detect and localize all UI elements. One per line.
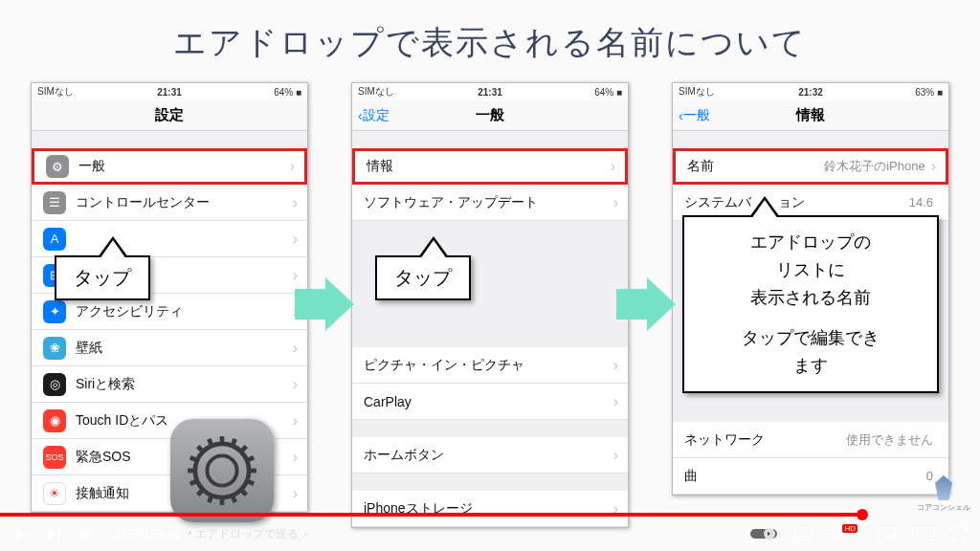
cell-value: 鈴木花子のiPhone (824, 158, 930, 175)
carrier-label: SIMなし (679, 85, 715, 99)
captions-button[interactable] (794, 527, 812, 540)
cell-home-button[interactable]: ホームボタン › (352, 437, 628, 474)
chevron-right-icon: › (293, 267, 298, 284)
watermark-icon (935, 475, 952, 500)
cell-label: CarPlay (364, 394, 412, 409)
callout-tap-1: タップ (55, 255, 150, 300)
cell-carplay[interactable]: CarPlay › (352, 384, 628, 420)
sliders-icon: ☰ (43, 191, 66, 214)
svg-rect-5 (248, 469, 256, 474)
cell-control-center[interactable]: ☰ コントロールセンター › (32, 185, 307, 221)
status-bar: SIMなし 21:31 64% ■ (32, 83, 307, 100)
cell-pip[interactable]: ピクチャ・イン・ピクチャ › (352, 347, 628, 384)
chevron-right-icon: › (613, 357, 618, 374)
play-button[interactable] (13, 526, 29, 541)
cell-label: 接触通知 (76, 485, 129, 502)
cell-siri[interactable]: ◎ Siriと検索 › (32, 366, 307, 403)
cell-hidden-1[interactable]: A › (32, 221, 307, 257)
phones-row: SIMなし 21:31 64% ■ 設定 ⚙ 一般 › ☰ コントロールセンター… (0, 65, 980, 528)
svg-point-23 (835, 531, 840, 537)
chevron-right-icon: › (613, 447, 618, 464)
cell-value: 14.6 (909, 195, 939, 209)
back-button[interactable]: ‹ 設定 (358, 107, 390, 124)
accessibility-icon: ✦ (43, 300, 66, 323)
callout-big: エアドロップの リストに 表示される名前 タップで編集でき ます (682, 215, 939, 393)
cell-label: 曲 (684, 468, 698, 485)
battery-label: 64% ■ (594, 87, 622, 98)
cell-wallpaper[interactable]: ❀ 壁紙 › (32, 330, 307, 366)
cell-label: コントロールセンター (76, 194, 210, 211)
cell-label: Touch IDとパス (76, 412, 168, 430)
autoplay-toggle[interactable] (750, 527, 777, 540)
next-button[interactable] (46, 526, 61, 541)
svg-rect-22 (804, 536, 809, 538)
cell-label: 情報 (367, 158, 393, 175)
cell-device-name[interactable]: 名前 鈴木花子のiPhone › (673, 148, 948, 185)
time-display: 23:19 / 26:46 (113, 527, 180, 540)
volume-button[interactable] (78, 525, 96, 542)
miniplayer-button[interactable] (879, 527, 896, 540)
clock: 21:31 (478, 87, 502, 98)
status-bar: SIMなし 21:31 64% ■ (352, 83, 628, 100)
settings-button[interactable]: HD (829, 525, 861, 542)
siri-icon: ◎ (43, 373, 66, 396)
nav-bar: ‹ 設定 一般 (352, 100, 628, 131)
gear-icon (185, 433, 259, 508)
chevron-right-icon: › (613, 393, 618, 410)
cell-songs[interactable]: 曲 0 (673, 458, 948, 495)
callout-text: タップ (394, 267, 452, 288)
chevron-right-icon: › (293, 231, 298, 248)
nav-title: 情報 (796, 106, 825, 124)
callout-text: タップ (74, 267, 131, 288)
callout-tap-2: タップ (375, 255, 471, 300)
callout-line: ます (694, 352, 927, 380)
nav-bar: 設定 (32, 100, 307, 131)
svg-rect-26 (913, 527, 934, 540)
back-button[interactable]: ‹ 一般 (679, 107, 710, 124)
watermark-text: コアコンシェル (917, 503, 970, 512)
svg-rect-25 (887, 534, 894, 539)
arrow-icon (325, 277, 354, 331)
cell-software-update[interactable]: ソフトウェア・アップデート › (352, 185, 628, 221)
display-icon: A (43, 228, 66, 251)
status-bar: SIMなし 21:32 63% ■ (673, 83, 948, 100)
chevron-right-icon: › (613, 194, 618, 211)
sos-icon: SOS (43, 446, 66, 469)
callout-line: エアドロップの (694, 229, 927, 256)
svg-rect-3 (220, 496, 225, 505)
cell-label: 壁紙 (76, 340, 102, 357)
phone-general: SIMなし 21:31 64% ■ ‹ 設定 一般 情報 › ソフトウェア・アッ… (351, 82, 629, 528)
cell-label: Siriと検索 (76, 376, 135, 393)
cell-network[interactable]: ネットワーク 使用できません (673, 422, 948, 458)
phone-about: SIMなし 21:32 63% ■ ‹ 一般 情報 名前 鈴木花子のiPhone… (672, 82, 949, 496)
chapter-label[interactable]: • エアドロップで送る (188, 526, 299, 542)
cell-label: ネットワーク (684, 431, 765, 449)
cell-about[interactable]: 情報 › (352, 148, 628, 185)
chevron-right-icon: › (293, 412, 298, 430)
cell-label: 一般 (78, 158, 105, 175)
chevron-right-icon: › (293, 376, 298, 393)
chevron-right-icon: › (293, 340, 298, 357)
chevron-right-icon: › (293, 194, 298, 211)
slide: エアドロップで表示される名前について SIMなし 21:31 64% ■ 設定 … (0, 0, 980, 551)
clock: 21:32 (798, 87, 823, 98)
carrier-label: SIMなし (358, 85, 394, 99)
chevron-right-icon: › (611, 158, 615, 175)
settings-app-icon (170, 419, 274, 522)
hd-badge: HD (842, 524, 858, 533)
cell-label: 緊急SOS (76, 449, 131, 466)
cell-general[interactable]: ⚙ 一般 › (32, 148, 307, 185)
nav-title: 一般 (476, 106, 504, 124)
arrow-icon (647, 277, 676, 331)
nav-title: 設定 (155, 106, 184, 124)
cell-label: アクセシビリティ (76, 303, 183, 320)
chevron-right-icon: › (304, 527, 308, 540)
nav-bar: ‹ 一般 情報 (673, 100, 948, 131)
fullscreen-button[interactable] (951, 526, 967, 541)
battery-label: 64% ■ (274, 87, 301, 98)
touchid-icon: ◉ (43, 409, 66, 432)
player-controls: 23:19 / 26:46 • エアドロップで送る › HD (0, 517, 980, 551)
theater-button[interactable] (913, 527, 934, 540)
svg-rect-21 (797, 536, 802, 538)
svg-point-1 (207, 455, 236, 485)
